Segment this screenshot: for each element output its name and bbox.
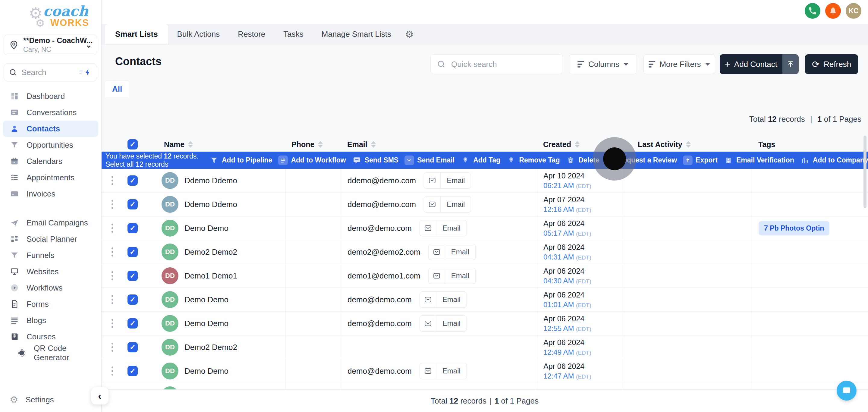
email-button[interactable]: Email <box>428 267 475 284</box>
sidebar-item-email-campaigns[interactable]: Email Campaigns <box>0 215 101 231</box>
location-switcher[interactable]: **Demo - CoachW... Cary, NC ⌄ <box>4 35 97 55</box>
contact-name[interactable]: Ddemo Ddemo <box>184 200 237 209</box>
row-checkbox[interactable]: ✓ <box>127 271 138 281</box>
contact-name[interactable]: Demo2 Demo2 <box>184 343 237 352</box>
column-header-name[interactable]: Name <box>164 140 193 149</box>
notifications-button[interactable] <box>825 3 841 19</box>
bulk-action-request-review[interactable]: Request a Review <box>606 156 677 165</box>
sidebar-item-conversations[interactable]: Conversations <box>0 104 101 121</box>
sidebar-item-invoices[interactable]: Invoices <box>0 186 101 202</box>
contact-name[interactable]: Ddemo Ddemo <box>184 176 237 185</box>
row-checkbox[interactable]: ✓ <box>127 223 138 233</box>
sidebar-item-funnels[interactable]: Funnels <box>0 247 101 263</box>
email-button[interactable]: Email <box>420 291 467 308</box>
contact-name[interactable]: Demo Demo <box>184 224 228 233</box>
tab-smart-lists[interactable]: Smart Lists <box>105 24 168 44</box>
tab-tasks[interactable]: Tasks <box>274 24 312 44</box>
email-button[interactable]: Email <box>420 363 467 379</box>
sidebar-item-calendars[interactable]: Calendars <box>0 153 101 169</box>
row-checkbox[interactable]: ✓ <box>127 366 138 376</box>
row-menu-kebab-icon[interactable] <box>110 270 115 282</box>
chat-widget-button[interactable] <box>837 381 857 401</box>
row-checkbox[interactable]: ✓ <box>127 342 138 352</box>
bulk-action-add-to-company[interactable]: Add to Company <box>800 156 868 165</box>
email-button[interactable]: Email <box>420 220 467 236</box>
select-all-checkbox[interactable]: ✓ <box>127 139 138 150</box>
columns-button[interactable]: Columns <box>569 54 637 74</box>
column-header-last-activity[interactable]: Last Activity <box>638 140 691 149</box>
sidebar-item-settings[interactable]: ⚙ Settings <box>10 394 54 405</box>
bulk-action-export[interactable]: Export <box>683 156 718 165</box>
row-menu-kebab-icon[interactable] <box>110 222 115 234</box>
email-button[interactable]: Email <box>428 244 475 260</box>
quick-actions-bolt-icon[interactable] <box>79 68 92 77</box>
row-checkbox[interactable]: ✓ <box>127 318 138 328</box>
row-menu-kebab-icon[interactable] <box>110 246 115 258</box>
tag-icon <box>506 156 516 165</box>
row-checkbox[interactable]: ✓ <box>127 176 138 186</box>
more-filters-button[interactable]: More Filters <box>644 54 715 74</box>
contact-email: demo@demo.com <box>347 295 412 305</box>
sidebar-search-input[interactable] <box>21 67 76 77</box>
sidebar-item-dashboard[interactable]: Dashboard <box>0 88 101 104</box>
sidebar-item-appointments[interactable]: Appointments <box>0 169 101 186</box>
select-all-records-link[interactable]: Select all 12 records <box>105 160 205 168</box>
column-header-email[interactable]: Email <box>347 140 376 149</box>
add-contact-button[interactable]: + Add Contact <box>720 54 782 74</box>
bulk-action-add-to-workflow[interactable]: Add to Workflow <box>278 156 346 165</box>
column-header-phone[interactable]: Phone <box>291 140 323 149</box>
contact-name[interactable]: Demo2 Demo2 <box>184 248 237 257</box>
row-checkbox[interactable]: ✓ <box>127 247 138 257</box>
sidebar-item-courses[interactable]: Courses <box>0 328 101 345</box>
row-menu-kebab-icon[interactable] <box>110 365 115 377</box>
email-button[interactable]: Email <box>424 172 471 189</box>
tab-restore[interactable]: Restore <box>229 24 274 44</box>
user-avatar[interactable]: KC <box>846 3 861 19</box>
contact-name[interactable]: Demo1 Demo1 <box>184 271 237 281</box>
phone-button[interactable] <box>805 3 820 19</box>
envelope-icon <box>420 363 436 379</box>
sidebar-item-qr-code-generator[interactable]: QR Code Generator <box>0 345 101 361</box>
sidebar-item-contacts[interactable]: Contacts <box>3 121 98 137</box>
bulk-action-send-email[interactable]: Send Email <box>404 156 455 165</box>
contact-name[interactable]: Demo Demo <box>184 367 228 376</box>
tab-bulk-actions[interactable]: Bulk Actions <box>168 24 229 44</box>
sidebar-item-workflows[interactable]: Workflows <box>0 280 101 296</box>
sidebar-item-forms[interactable]: Forms <box>0 296 101 312</box>
import-contacts-button[interactable] <box>782 54 799 74</box>
avatar: DD <box>161 196 179 213</box>
bulk-action-add-tag[interactable]: Add Tag <box>461 156 500 165</box>
email-button[interactable]: Email <box>424 196 471 213</box>
sidebar-collapse-button[interactable]: ‹ <box>91 387 108 405</box>
email-button[interactable]: Email <box>420 315 467 331</box>
contact-name[interactable]: Demo Demo <box>184 295 228 305</box>
sidebar-item-blogs[interactable]: Blogs <box>0 312 101 328</box>
bulk-action-delete[interactable]: Delete <box>566 156 599 165</box>
bulk-action-send-sms[interactable]: Send SMS <box>352 156 398 165</box>
smart-lists-settings-gear-icon[interactable]: ⚙ <box>400 24 418 44</box>
bulk-action-remove-tag[interactable]: Remove Tag <box>506 156 560 165</box>
row-menu-kebab-icon[interactable] <box>110 198 115 211</box>
contact-name[interactable]: Demo Demo <box>184 319 228 328</box>
column-header-created[interactable]: Created <box>543 140 580 149</box>
bulk-action-add-to-pipeline[interactable]: Add to Pipeline <box>209 156 272 165</box>
vertical-scrollbar[interactable] <box>864 136 867 208</box>
quick-search-input[interactable] <box>451 59 557 69</box>
row-menu-kebab-icon[interactable] <box>110 341 115 353</box>
row-checkbox[interactable]: ✓ <box>127 199 138 210</box>
sidebar-item-social-planner[interactable]: Social Planner <box>0 231 101 247</box>
sidebar-item-label: Invoices <box>27 189 55 199</box>
row-checkbox[interactable]: ✓ <box>127 294 138 305</box>
row-menu-kebab-icon[interactable] <box>110 317 115 330</box>
row-menu-kebab-icon[interactable] <box>110 293 115 306</box>
refresh-button[interactable]: ⟳ Refresh <box>805 54 858 74</box>
sidebar-item-websites[interactable]: Websites <box>0 263 101 280</box>
bulk-action-email-verification[interactable]: Email Verification <box>724 156 794 165</box>
tab-manage-smart-lists[interactable]: Manage Smart Lists <box>313 24 400 44</box>
row-menu-kebab-icon[interactable] <box>110 174 115 187</box>
smart-list-tab-all[interactable]: All <box>105 81 129 97</box>
envelope-icon <box>429 268 445 284</box>
sidebar-item-label: QR Code Generator <box>34 344 101 362</box>
sidebar-item-opportunities[interactable]: Opportunities <box>0 137 101 153</box>
column-header-tags[interactable]: Tags <box>758 140 775 149</box>
